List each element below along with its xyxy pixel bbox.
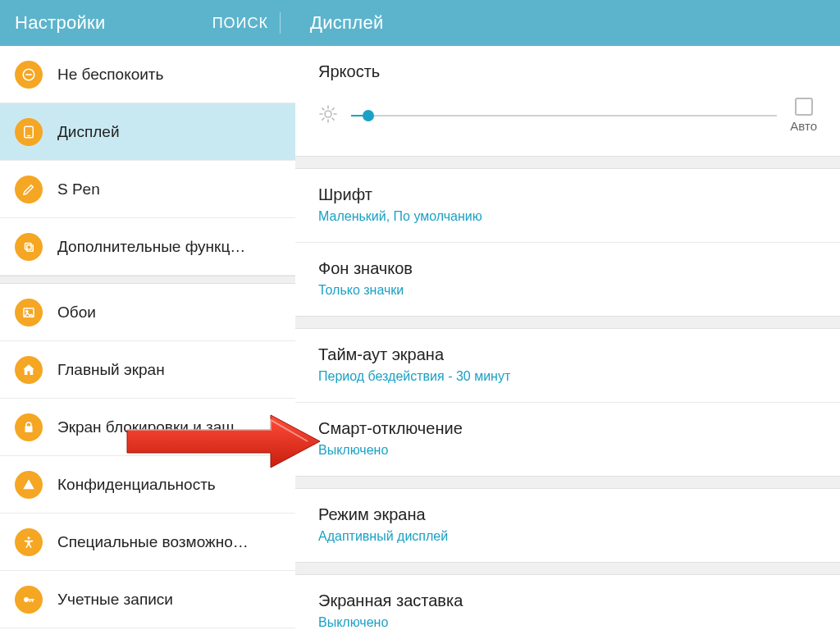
tablet-icon	[15, 118, 43, 146]
svg-rect-5	[27, 244, 34, 251]
alert-icon	[15, 471, 43, 499]
setting-title: Смарт-отключение	[318, 419, 817, 438]
lock-icon	[15, 413, 43, 441]
detail-title: Дисплей	[310, 12, 384, 34]
setting-title: Экранная заставка	[318, 591, 817, 610]
menu-item-accessibility[interactable]: Специальные возможно…	[0, 514, 295, 571]
menu-label: Обои	[57, 304, 96, 322]
left-header: Настройки ПОИСК	[0, 0, 295, 46]
menu-label: Не беспокоить	[57, 66, 163, 84]
setting-subtitle: Только значки	[318, 283, 817, 298]
key-icon	[15, 586, 43, 614]
setting-icon-bg[interactable]: Фон значков Только значки	[295, 242, 840, 316]
brightness-card: Яркость Авто	[295, 46, 840, 157]
layers-icon	[15, 233, 43, 261]
setting-subtitle: Период бездействия - 30 минут	[318, 369, 817, 384]
right-header: Дисплей	[295, 0, 840, 46]
checkbox-icon	[795, 98, 813, 116]
svg-line-15	[322, 107, 324, 109]
brightness-row: Авто	[295, 89, 840, 156]
setting-subtitle: Выключено	[318, 443, 817, 458]
menu-item-privacy[interactable]: Конфиденциальность	[0, 456, 295, 514]
menu-label: S Pen	[57, 180, 100, 199]
menu-label: Экран блокировки и защ…	[57, 418, 250, 436]
settings-title: Настройки	[15, 12, 106, 34]
setting-subtitle: Адаптивный дисплей	[318, 529, 817, 544]
pen-icon	[15, 176, 43, 203]
auto-brightness-toggle[interactable]: Авто	[790, 98, 817, 133]
svg-point-7	[26, 310, 28, 312]
screensaver-card: Экранная заставка Выключено	[295, 574, 840, 630]
menu-item-wallpaper[interactable]: Обои	[0, 284, 295, 341]
svg-line-18	[332, 107, 334, 109]
settings-menu: Не беспокоить Дисплей S Pen Дополнительн…	[0, 46, 295, 630]
setting-title: Фон значков	[318, 259, 817, 278]
menu-item-advanced[interactable]: Дополнительные функц…	[0, 218, 295, 276]
setting-timeout[interactable]: Тайм-аут экрана Период бездействия - 30 …	[295, 329, 840, 402]
setting-subtitle: Маленький, По умолчанию	[318, 209, 817, 224]
svg-point-10	[325, 111, 331, 117]
menu-item-do-not-disturb[interactable]: Не беспокоить	[0, 46, 295, 103]
setting-font[interactable]: Шрифт Маленький, По умолчанию	[295, 169, 840, 242]
menu-item-home-screen[interactable]: Главный экран	[0, 341, 295, 399]
timeout-smart-card: Тайм-аут экрана Период бездействия - 30 …	[295, 328, 840, 477]
auto-label: Авто	[790, 119, 817, 133]
setting-screen-mode[interactable]: Режим экрана Адаптивный дисплей	[295, 489, 840, 562]
app-root: Настройки ПОИСК Не беспокоить Дисплей	[0, 0, 840, 630]
svg-point-8	[28, 536, 30, 539]
brightness-title: Яркость	[295, 46, 840, 89]
menu-item-spen[interactable]: S Pen	[0, 161, 295, 218]
menu-item-lock-screen[interactable]: Экран блокировки и защ…	[0, 399, 295, 456]
minus-circle-icon	[15, 61, 43, 89]
font-icon-card: Шрифт Маленький, По умолчанию Фон значко…	[295, 168, 840, 317]
svg-point-9	[24, 597, 29, 602]
search-button[interactable]: ПОИСК	[212, 15, 268, 32]
menu-label: Дополнительные функц…	[57, 238, 245, 256]
svg-line-17	[322, 118, 324, 120]
right-pane: Дисплей Яркость Авто	[295, 0, 840, 630]
setting-smart-off[interactable]: Смарт-отключение Выключено	[295, 402, 840, 476]
menu-label: Конфиденциальность	[57, 476, 216, 494]
menu-label: Главный экран	[57, 361, 165, 379]
brightness-slider[interactable]	[351, 107, 777, 124]
header-divider	[280, 12, 281, 34]
svg-line-16	[332, 118, 334, 120]
menu-label: Учетные записи	[57, 591, 173, 609]
menu-label: Специальные возможно…	[57, 533, 249, 551]
setting-subtitle: Выключено	[318, 615, 817, 630]
setting-title: Тайм-аут экрана	[318, 345, 817, 364]
detail-scroll[interactable]: Яркость Авто	[295, 46, 840, 630]
sun-icon	[318, 104, 338, 127]
setting-screensaver[interactable]: Экранная заставка Выключено	[295, 575, 840, 630]
left-pane: Настройки ПОИСК Не беспокоить Дисплей	[0, 0, 295, 630]
setting-title: Шрифт	[318, 185, 817, 204]
setting-title: Режим экрана	[318, 505, 817, 524]
home-icon	[15, 356, 43, 384]
menu-item-accounts[interactable]: Учетные записи	[0, 571, 295, 628]
menu-separator	[0, 276, 295, 284]
image-icon	[15, 299, 43, 326]
accessibility-icon	[15, 528, 43, 556]
screen-mode-card: Режим экрана Адаптивный дисплей	[295, 488, 840, 563]
menu-label: Дисплей	[57, 123, 120, 141]
svg-rect-4	[25, 243, 32, 249]
menu-item-display[interactable]: Дисплей	[0, 103, 295, 161]
